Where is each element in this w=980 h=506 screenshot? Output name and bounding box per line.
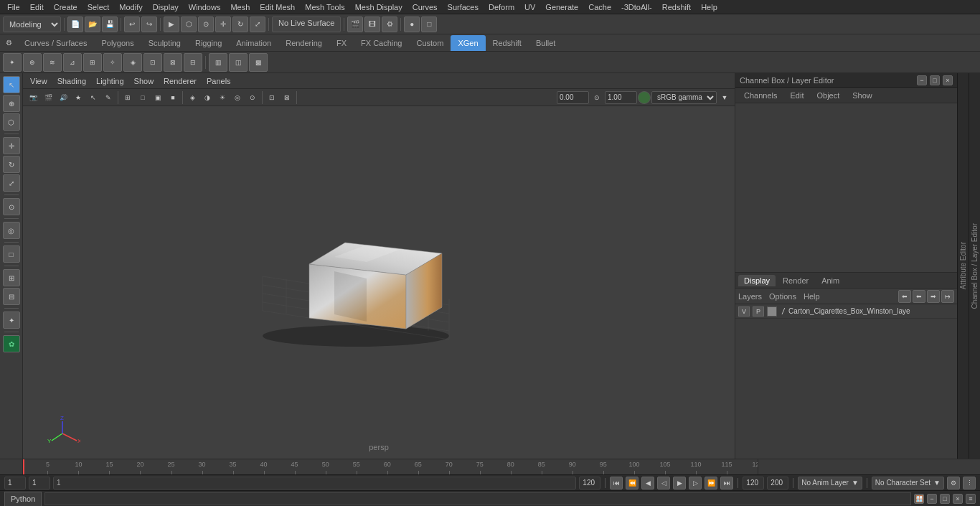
rotate-tool-btn[interactable]: ↻ xyxy=(3,156,20,173)
select-btn[interactable]: ▶ xyxy=(164,17,179,32)
menu-help[interactable]: Help xyxy=(697,1,722,13)
layer-last-btn[interactable]: ↦ xyxy=(941,290,954,303)
vp-menu-show[interactable]: Show xyxy=(130,75,159,87)
vp-gamma-selector[interactable]: sRGB gamma Linear xyxy=(651,91,717,104)
vp-xray-btn[interactable]: ⊠ xyxy=(280,90,294,105)
shelf-btn-11[interactable]: ▥ xyxy=(209,53,227,72)
panel-maximize-btn[interactable]: □ xyxy=(930,75,940,85)
layer-tab-render[interactable]: Render xyxy=(777,275,814,286)
layer-visibility-btn[interactable]: V xyxy=(738,306,750,317)
anim-layer-selector[interactable]: No Anim Layer ▼ xyxy=(798,477,862,489)
move-btn[interactable]: ✛ xyxy=(215,17,231,32)
python-input[interactable] xyxy=(44,492,911,505)
layer-new-btn[interactable]: ⬅ xyxy=(898,290,911,303)
menu-mesh-display[interactable]: Mesh Display xyxy=(351,1,407,13)
mini-close-btn[interactable]: × xyxy=(953,494,963,504)
go-to-end-btn[interactable]: ⏭ xyxy=(720,477,733,489)
tab-custom[interactable]: Custom xyxy=(410,35,451,51)
menu-curves[interactable]: Curves xyxy=(408,1,442,13)
vp-menu-view[interactable]: View xyxy=(26,75,52,87)
char-set-more-btn[interactable]: ⋮ xyxy=(963,477,976,489)
tab-fx-caching[interactable]: FX Caching xyxy=(354,35,409,51)
scale-btn[interactable]: ⤢ xyxy=(250,17,265,32)
undo-btn[interactable]: ↩ xyxy=(124,17,140,32)
display-settings-btn[interactable]: □ xyxy=(421,17,437,32)
menu-file[interactable]: File xyxy=(3,1,24,13)
range-max-field[interactable]: 200 xyxy=(767,477,788,489)
tab-polygons[interactable]: Polygons xyxy=(94,35,141,51)
vp-isolate-btn[interactable]: ⊡ xyxy=(265,90,279,105)
new-scene-btn[interactable]: 📄 xyxy=(67,17,83,32)
script-editor-btn[interactable]: ≡ xyxy=(966,494,976,504)
step-back-btn[interactable]: ⏪ xyxy=(626,477,639,489)
layer-tab-display[interactable]: Display xyxy=(738,275,776,286)
render-seq-btn[interactable]: 🎞 xyxy=(364,17,380,32)
menu-windows[interactable]: Windows xyxy=(184,1,225,13)
menu-deform[interactable]: Deform xyxy=(484,1,519,13)
shelf-btn-3[interactable]: ≋ xyxy=(43,53,62,72)
shelf-btn-1[interactable]: ✦ xyxy=(3,53,22,72)
frame-range-end[interactable]: 120 xyxy=(579,477,600,489)
step-forward-btn[interactable]: ⏩ xyxy=(705,477,717,489)
vp-menu-shading[interactable]: Shading xyxy=(53,75,90,87)
vp-resolution-btn[interactable]: ◈ xyxy=(185,90,199,105)
tab-bullet[interactable]: Bullet xyxy=(529,35,563,51)
menu-mesh[interactable]: Mesh xyxy=(226,1,254,13)
vp-menu-lighting[interactable]: Lighting xyxy=(92,75,128,87)
menu-display[interactable]: Display xyxy=(149,1,183,13)
cb-tab-edit[interactable]: Edit xyxy=(786,90,808,101)
move-tool-btn[interactable]: ✛ xyxy=(3,137,20,154)
play-btn[interactable]: ▶ xyxy=(673,477,686,489)
render-btn[interactable]: 🎬 xyxy=(347,17,363,32)
vp-wireframe-btn[interactable]: □ xyxy=(136,90,150,105)
viewport-canvas[interactable]: X Y Z persp xyxy=(23,106,735,459)
vp-paint-btn[interactable]: ✎ xyxy=(101,90,116,105)
cb-tab-object[interactable]: Object xyxy=(812,90,844,101)
xgen-icon-btn[interactable]: ✿ xyxy=(3,335,20,352)
vp-menu-panels[interactable]: Panels xyxy=(202,75,235,87)
lasso-btn[interactable]: ⬡ xyxy=(181,17,197,32)
tab-animation[interactable]: Animation xyxy=(229,35,278,51)
vp-bookmark-btn[interactable]: ★ xyxy=(71,90,85,105)
ipr-btn[interactable]: ● xyxy=(404,17,420,32)
shelf-btn-5[interactable]: ⊞ xyxy=(83,53,102,72)
select-tool-btn[interactable]: ↖ xyxy=(3,76,20,93)
soft-select-btn[interactable]: ◎ xyxy=(3,222,20,239)
shelf-btn-8[interactable]: ⊡ xyxy=(143,53,162,72)
menu-generate[interactable]: Generate xyxy=(541,1,583,13)
tab-fx[interactable]: FX xyxy=(329,35,354,51)
next-frame-btn[interactable]: ▷ xyxy=(689,477,702,489)
vp-aa-btn[interactable]: ⊙ xyxy=(245,90,260,105)
snap-btn[interactable]: ⊙ xyxy=(3,198,20,215)
vp-camera-btn[interactable]: 📷 xyxy=(26,90,40,105)
redo-btn[interactable]: ↪ xyxy=(141,17,157,32)
vp-camera-offset-input[interactable] xyxy=(557,91,589,104)
tab-rigging[interactable]: Rigging xyxy=(188,35,229,51)
current-frame-field[interactable]: 1 xyxy=(4,477,26,489)
cb-tab-channels[interactable]: Channels xyxy=(740,90,781,101)
shelf-btn-4[interactable]: ⊿ xyxy=(63,53,82,72)
tab-rendering[interactable]: Rendering xyxy=(278,35,329,51)
vp-focal-input[interactable] xyxy=(605,91,637,104)
play-reverse-btn[interactable]: ◁ xyxy=(657,477,670,489)
tab-curves-surfaces[interactable]: Curves / Surfaces xyxy=(17,35,94,51)
save-scene-btn[interactable]: 💾 xyxy=(102,17,118,32)
tabs-settings-icon[interactable]: ⚙ xyxy=(3,37,14,49)
menu-edit-mesh[interactable]: Edit Mesh xyxy=(255,1,299,13)
layer-next-btn[interactable]: ➡ xyxy=(927,290,940,303)
menu-edit[interactable]: Edit xyxy=(26,1,48,13)
tab-redshift[interactable]: Redshift xyxy=(486,35,529,51)
menu-surfaces[interactable]: Surfaces xyxy=(443,1,483,13)
rotate-btn[interactable]: ↻ xyxy=(232,17,248,32)
character-set-selector[interactable]: No Character Set ▼ xyxy=(872,477,944,489)
menu-select[interactable]: Select xyxy=(83,1,114,13)
timeline-ruler[interactable]: 1510152025303540455055606570758085909510… xyxy=(23,459,758,475)
paint-btn[interactable]: ⊙ xyxy=(198,17,214,32)
char-set-settings-btn[interactable]: ⚙ xyxy=(947,477,960,489)
vp-gamma-dropdown-icon[interactable]: ▼ xyxy=(717,90,732,105)
layer-item[interactable]: V P / Carton_Cigarettes_Box_Winston_laye xyxy=(735,304,957,319)
shelf-btn-6[interactable]: ✧ xyxy=(103,53,122,72)
menu-cache[interactable]: Cache xyxy=(584,1,616,13)
vp-light-btn[interactable]: ☀ xyxy=(215,90,230,105)
vp-grid-btn[interactable]: ⊞ xyxy=(121,90,135,105)
